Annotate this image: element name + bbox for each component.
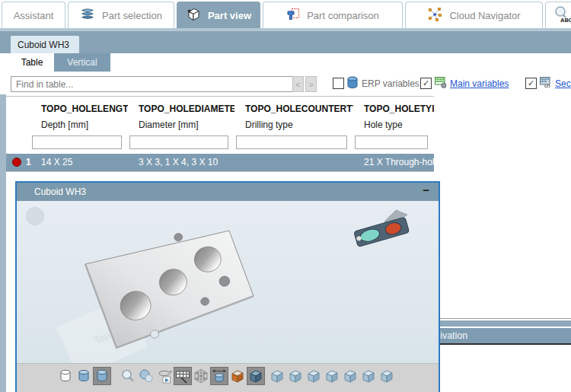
- find-in-table-input[interactable]: [11, 76, 295, 92]
- viewer-window-titlebar[interactable]: Cuboid WH3 −: [17, 183, 439, 201]
- find-previous-button[interactable]: <: [292, 76, 304, 92]
- row-status-indicator: [12, 158, 21, 167]
- viewer-window-title: Cuboid WH3: [34, 186, 86, 197]
- layers-icon: [80, 8, 95, 24]
- network-icon: [427, 7, 442, 24]
- view-cube-3-icon[interactable]: [305, 367, 323, 385]
- derivation-panel-strip: [440, 320, 571, 327]
- svg-text:ABC: ABC: [560, 16, 571, 23]
- cube-icon: [186, 7, 201, 24]
- viewer-window: Cuboid WH3 − Top: [15, 181, 440, 392]
- viewer-toolbar: [17, 363, 439, 392]
- filter-input-depth[interactable]: [32, 135, 122, 149]
- secondary-variables-checkbox[interactable]: [525, 78, 537, 89]
- cell-diameter: 3 X 3, 1 X 4, 3 X 10: [128, 154, 234, 171]
- column-header-holelength[interactable]: TOPO_HOLELENGTH: [30, 100, 128, 117]
- view-cube-4-icon[interactable]: [323, 367, 341, 385]
- column-header-holediameter[interactable]: TOPO_HOLEDIAMETER: [128, 100, 234, 117]
- measure-icon[interactable]: [210, 367, 228, 385]
- minimize-button[interactable]: −: [423, 183, 429, 196]
- compare-icon: [286, 8, 300, 24]
- cell-depth: 14 X 25: [30, 154, 128, 171]
- tab-vertical-view[interactable]: Vertical: [54, 53, 110, 72]
- tab-part-comparison-label: Part comparison: [307, 10, 379, 21]
- tab-part-comparison[interactable]: Part comparison: [263, 2, 403, 28]
- column-header-holetype[interactable]: TOPO_HOLETYPE: [353, 100, 434, 117]
- column-desc-drilling-type: Drilling type: [234, 116, 353, 133]
- render-shaded-edges-icon[interactable]: [93, 367, 111, 385]
- database-icon: [347, 76, 358, 91]
- column-desc-hole-type: Hole type: [353, 116, 434, 133]
- view-cube-7-icon[interactable]: [378, 367, 396, 385]
- document-tab-band: [0, 31, 571, 53]
- solid-view-icon[interactable]: [247, 367, 265, 385]
- filter-input-hole-type[interactable]: [355, 135, 428, 149]
- texture-icon[interactable]: [228, 367, 247, 385]
- tab-part-selection[interactable]: Part selection: [68, 2, 174, 28]
- panel-splitter[interactable]: [440, 318, 571, 319]
- dimensioning-icon[interactable]: [174, 367, 192, 385]
- tab-table-label: Table: [21, 57, 43, 68]
- secondary-variables-link[interactable]: Sec: [555, 78, 571, 89]
- tab-vertical-label: Vertical: [67, 57, 97, 68]
- column-desc-diameter: Diameter [mm]: [128, 116, 234, 133]
- filter-input-drilling-type[interactable]: [236, 135, 347, 149]
- tab-table-view[interactable]: Table: [11, 53, 53, 72]
- filter-input-diameter[interactable]: [129, 135, 228, 149]
- render-shaded-icon[interactable]: [75, 367, 93, 385]
- tab-cloud-navigator[interactable]: Cloud Navigator: [405, 2, 543, 28]
- main-variables-checkbox[interactable]: [420, 78, 432, 89]
- cell-drilling-type: [234, 154, 353, 171]
- cell-hole-type: 21 X Through-hole: [353, 154, 434, 171]
- rotate-animation-icon[interactable]: [155, 367, 174, 385]
- column-desc-depth: Depth [mm]: [30, 116, 128, 133]
- tab-part-view[interactable]: Part view: [177, 2, 260, 28]
- view-cube-5-icon[interactable]: [341, 367, 359, 385]
- text-search-icon: ABC: [552, 5, 571, 26]
- tab-part-selection-label: Part selection: [102, 10, 162, 21]
- tab-part-view-label: Part view: [208, 10, 251, 21]
- main-variables-link[interactable]: Main variables: [450, 78, 509, 89]
- viewport-3d[interactable]: Top: [17, 201, 439, 363]
- parts-table: TOPO_HOLELENGTH TOPO_HOLEDIAMETER TOPO_H…: [6, 96, 434, 172]
- render-wireframe-icon[interactable]: [56, 367, 75, 385]
- find-next-button[interactable]: >: [305, 76, 317, 92]
- tab-assistant-label: Assistant: [14, 10, 54, 21]
- transparency-icon[interactable]: [137, 367, 155, 385]
- left-gutter-strip: [0, 94, 6, 392]
- mesh-wireframe-icon[interactable]: [192, 367, 210, 385]
- tab-text-search[interactable]: ABC: [545, 2, 571, 28]
- erp-variables-checkbox[interactable]: [333, 78, 344, 89]
- table-row[interactable]: 1 14 X 25 3 X 3, 1 X 4, 3 X 10 21 X Thro…: [6, 154, 434, 172]
- zoom-icon[interactable]: [119, 367, 137, 385]
- anaglyph-glasses-icon[interactable]: [350, 204, 420, 251]
- document-tab-label: Cuboid WH3: [18, 40, 69, 50]
- view-cube-2-icon[interactable]: [286, 367, 305, 385]
- main-variables-table-icon: [435, 76, 447, 91]
- tab-cloud-navigator-label: Cloud Navigator: [449, 10, 520, 21]
- column-header-holecountertype[interactable]: TOPO_HOLECOUNTERTYPE: [234, 100, 353, 117]
- view-cube-6-icon[interactable]: [359, 367, 378, 385]
- erp-variables-label: ERP variables: [362, 78, 419, 89]
- tab-assistant[interactable]: Assistant: [2, 2, 65, 28]
- view-cube-1-icon[interactable]: [268, 367, 286, 385]
- part-view-app: Assistant Part selection Part view Part …: [0, 0, 571, 392]
- secondary-variables-table-icon: [540, 76, 552, 91]
- document-tab-cuboid-wh3[interactable]: Cuboid WH3: [11, 36, 79, 53]
